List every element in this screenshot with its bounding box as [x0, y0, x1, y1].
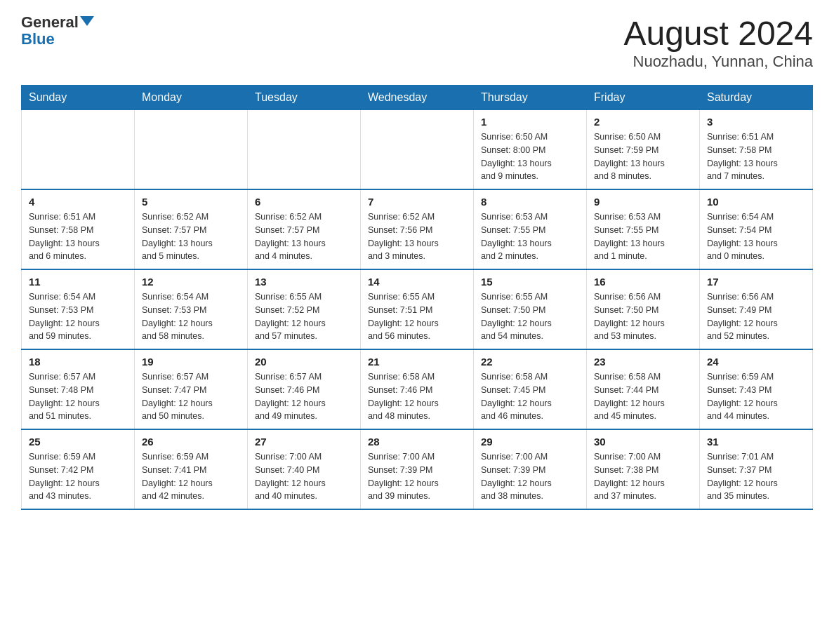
day-number: 18: [29, 356, 127, 368]
day-info: Sunrise: 6:52 AMSunset: 7:56 PMDaylight:…: [368, 210, 466, 263]
day-number: 30: [594, 436, 692, 448]
weekday-header-row: SundayMondayTuesdayWednesdayThursdayFrid…: [22, 86, 813, 110]
day-info: Sunrise: 6:51 AMSunset: 7:58 PMDaylight:…: [29, 210, 127, 263]
day-info: Sunrise: 6:56 AMSunset: 7:49 PMDaylight:…: [707, 290, 805, 343]
day-info: Sunrise: 6:58 AMSunset: 7:44 PMDaylight:…: [594, 370, 692, 423]
day-number: 1: [481, 116, 579, 128]
day-number: 11: [29, 276, 127, 288]
day-info: Sunrise: 6:59 AMSunset: 7:42 PMDaylight:…: [29, 450, 127, 503]
day-number: 22: [481, 356, 579, 368]
day-info: Sunrise: 6:51 AMSunset: 7:58 PMDaylight:…: [707, 130, 805, 183]
day-info: Sunrise: 6:50 AMSunset: 8:00 PMDaylight:…: [481, 130, 579, 183]
calendar-cell: 5Sunrise: 6:52 AMSunset: 7:57 PMDaylight…: [135, 189, 248, 269]
weekday-header-sunday: Sunday: [22, 86, 135, 110]
day-number: 2: [594, 116, 692, 128]
calendar-cell: 26Sunrise: 6:59 AMSunset: 7:41 PMDayligh…: [135, 429, 248, 509]
calendar-cell: 9Sunrise: 6:53 AMSunset: 7:55 PMDaylight…: [587, 189, 700, 269]
day-info: Sunrise: 6:59 AMSunset: 7:43 PMDaylight:…: [707, 370, 805, 423]
calendar-cell: 15Sunrise: 6:55 AMSunset: 7:50 PMDayligh…: [474, 269, 587, 349]
day-number: 7: [368, 196, 466, 208]
week-row-2: 4Sunrise: 6:51 AMSunset: 7:58 PMDaylight…: [22, 189, 813, 269]
calendar-cell: 18Sunrise: 6:57 AMSunset: 7:48 PMDayligh…: [22, 349, 135, 429]
day-info: Sunrise: 6:54 AMSunset: 7:54 PMDaylight:…: [707, 210, 805, 263]
day-info: Sunrise: 6:58 AMSunset: 7:45 PMDaylight:…: [481, 370, 579, 423]
week-row-3: 11Sunrise: 6:54 AMSunset: 7:53 PMDayligh…: [22, 269, 813, 349]
logo-blue: Blue: [21, 31, 55, 48]
calendar-cell: [361, 110, 474, 190]
day-number: 4: [29, 196, 127, 208]
calendar-cell: 30Sunrise: 7:00 AMSunset: 7:38 PMDayligh…: [587, 429, 700, 509]
calendar-cell: 16Sunrise: 6:56 AMSunset: 7:50 PMDayligh…: [587, 269, 700, 349]
day-number: 26: [142, 436, 240, 448]
calendar-cell: 14Sunrise: 6:55 AMSunset: 7:51 PMDayligh…: [361, 269, 474, 349]
day-info: Sunrise: 7:00 AMSunset: 7:40 PMDaylight:…: [255, 450, 353, 503]
day-number: 10: [707, 196, 805, 208]
day-number: 15: [481, 276, 579, 288]
day-info: Sunrise: 7:00 AMSunset: 7:38 PMDaylight:…: [594, 450, 692, 503]
calendar-cell: 31Sunrise: 7:01 AMSunset: 7:37 PMDayligh…: [700, 429, 813, 509]
calendar-cell: 21Sunrise: 6:58 AMSunset: 7:46 PMDayligh…: [361, 349, 474, 429]
day-info: Sunrise: 6:57 AMSunset: 7:47 PMDaylight:…: [142, 370, 240, 423]
day-number: 28: [368, 436, 466, 448]
calendar-cell: 28Sunrise: 7:00 AMSunset: 7:39 PMDayligh…: [361, 429, 474, 509]
calendar-cell: 17Sunrise: 6:56 AMSunset: 7:49 PMDayligh…: [700, 269, 813, 349]
calendar-cell: 4Sunrise: 6:51 AMSunset: 7:58 PMDaylight…: [22, 189, 135, 269]
day-info: Sunrise: 6:56 AMSunset: 7:50 PMDaylight:…: [594, 290, 692, 343]
day-number: 20: [255, 356, 353, 368]
day-info: Sunrise: 6:54 AMSunset: 7:53 PMDaylight:…: [142, 290, 240, 343]
calendar-cell: 1Sunrise: 6:50 AMSunset: 8:00 PMDaylight…: [474, 110, 587, 190]
day-info: Sunrise: 6:52 AMSunset: 7:57 PMDaylight:…: [255, 210, 353, 263]
day-info: Sunrise: 6:58 AMSunset: 7:46 PMDaylight:…: [368, 370, 466, 423]
day-number: 29: [481, 436, 579, 448]
logo: General Blue: [21, 14, 94, 48]
week-row-5: 25Sunrise: 6:59 AMSunset: 7:42 PMDayligh…: [22, 429, 813, 509]
calendar-cell: 19Sunrise: 6:57 AMSunset: 7:47 PMDayligh…: [135, 349, 248, 429]
day-info: Sunrise: 6:57 AMSunset: 7:46 PMDaylight:…: [255, 370, 353, 423]
day-number: 31: [707, 436, 805, 448]
logo-general: General: [21, 14, 79, 31]
weekday-header-monday: Monday: [135, 86, 248, 110]
day-info: Sunrise: 6:55 AMSunset: 7:50 PMDaylight:…: [481, 290, 579, 343]
calendar-cell: 22Sunrise: 6:58 AMSunset: 7:45 PMDayligh…: [474, 349, 587, 429]
day-info: Sunrise: 7:00 AMSunset: 7:39 PMDaylight:…: [481, 450, 579, 503]
week-row-1: 1Sunrise: 6:50 AMSunset: 8:00 PMDaylight…: [22, 110, 813, 190]
week-row-4: 18Sunrise: 6:57 AMSunset: 7:48 PMDayligh…: [22, 349, 813, 429]
calendar-cell: 8Sunrise: 6:53 AMSunset: 7:55 PMDaylight…: [474, 189, 587, 269]
calendar-cell: 3Sunrise: 6:51 AMSunset: 7:58 PMDaylight…: [700, 110, 813, 190]
day-number: 3: [707, 116, 805, 128]
day-info: Sunrise: 7:01 AMSunset: 7:37 PMDaylight:…: [707, 450, 805, 503]
calendar-cell: 24Sunrise: 6:59 AMSunset: 7:43 PMDayligh…: [700, 349, 813, 429]
day-info: Sunrise: 6:52 AMSunset: 7:57 PMDaylight:…: [142, 210, 240, 263]
day-info: Sunrise: 6:57 AMSunset: 7:48 PMDaylight:…: [29, 370, 127, 423]
day-number: 8: [481, 196, 579, 208]
day-number: 14: [368, 276, 466, 288]
calendar-cell: 25Sunrise: 6:59 AMSunset: 7:42 PMDayligh…: [22, 429, 135, 509]
day-info: Sunrise: 6:55 AMSunset: 7:52 PMDaylight:…: [255, 290, 353, 343]
day-info: Sunrise: 6:50 AMSunset: 7:59 PMDaylight:…: [594, 130, 692, 183]
day-info: Sunrise: 6:53 AMSunset: 7:55 PMDaylight:…: [594, 210, 692, 263]
weekday-header-wednesday: Wednesday: [361, 86, 474, 110]
calendar-cell: 13Sunrise: 6:55 AMSunset: 7:52 PMDayligh…: [248, 269, 361, 349]
calendar-cell: 27Sunrise: 7:00 AMSunset: 7:40 PMDayligh…: [248, 429, 361, 509]
title-block: August 2024 Nuozhadu, Yunnan, China: [623, 14, 813, 71]
day-number: 13: [255, 276, 353, 288]
calendar-cell: 12Sunrise: 6:54 AMSunset: 7:53 PMDayligh…: [135, 269, 248, 349]
calendar-cell: 11Sunrise: 6:54 AMSunset: 7:53 PMDayligh…: [22, 269, 135, 349]
day-number: 24: [707, 356, 805, 368]
calendar-cell: [248, 110, 361, 190]
day-number: 21: [368, 356, 466, 368]
day-info: Sunrise: 6:59 AMSunset: 7:41 PMDaylight:…: [142, 450, 240, 503]
day-number: 9: [594, 196, 692, 208]
day-number: 23: [594, 356, 692, 368]
calendar-cell: [22, 110, 135, 190]
calendar-title: August 2024: [623, 14, 813, 53]
day-number: 25: [29, 436, 127, 448]
day-number: 27: [255, 436, 353, 448]
weekday-header-tuesday: Tuesday: [248, 86, 361, 110]
day-info: Sunrise: 6:53 AMSunset: 7:55 PMDaylight:…: [481, 210, 579, 263]
calendar-cell: 2Sunrise: 6:50 AMSunset: 7:59 PMDaylight…: [587, 110, 700, 190]
day-number: 12: [142, 276, 240, 288]
calendar-cell: 23Sunrise: 6:58 AMSunset: 7:44 PMDayligh…: [587, 349, 700, 429]
logo-triangle-icon: [80, 16, 94, 26]
calendar-cell: 6Sunrise: 6:52 AMSunset: 7:57 PMDaylight…: [248, 189, 361, 269]
